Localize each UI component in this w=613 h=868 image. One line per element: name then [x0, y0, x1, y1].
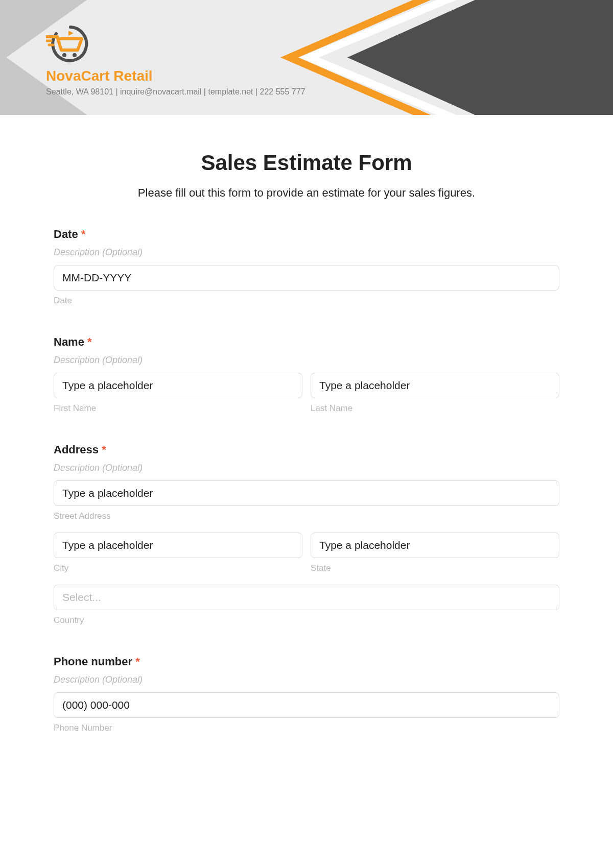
first-name-input[interactable] — [54, 373, 302, 398]
name-label-row: Name * — [54, 335, 559, 349]
address-description: Description (Optional) — [54, 463, 559, 473]
city-input[interactable] — [54, 533, 302, 558]
country-select[interactable]: Select... — [54, 585, 559, 610]
brand-subtext: Seattle, WA 98101 | inquire@novacart.mai… — [46, 87, 305, 97]
address-label-row: Address * — [54, 443, 559, 456]
field-phone: Phone number * Description (Optional) Ph… — [54, 655, 559, 733]
page-header: NovaCart Retail Seattle, WA 98101 | inqu… — [0, 0, 613, 115]
date-sublabel: Date — [54, 296, 559, 306]
first-name-sublabel: First Name — [54, 403, 302, 414]
date-label: Date — [54, 228, 78, 240]
date-label-row: Date * — [54, 228, 559, 241]
form-content: Sales Estimate Form Please fill out this… — [0, 115, 613, 783]
page-title: Sales Estimate Form — [54, 151, 559, 175]
required-asterisk: * — [135, 655, 140, 668]
brand-name: NovaCart Retail — [46, 68, 305, 84]
street-address-input[interactable] — [54, 480, 559, 506]
date-input[interactable] — [54, 265, 559, 291]
page-description: Please fill out this form to provide an … — [54, 186, 559, 200]
required-asterisk: * — [102, 443, 106, 456]
phone-sublabel: Phone Number — [54, 723, 559, 733]
date-description: Description (Optional) — [54, 247, 559, 258]
field-date: Date * Description (Optional) Date — [54, 228, 559, 306]
city-sublabel: City — [54, 563, 302, 573]
brand-logo-icon — [46, 25, 95, 63]
country-sublabel: Country — [54, 615, 559, 625]
state-sublabel: State — [311, 563, 559, 573]
brand-block: NovaCart Retail Seattle, WA 98101 | inqu… — [46, 25, 305, 97]
required-asterisk: * — [81, 228, 86, 240]
required-asterisk: * — [87, 335, 92, 348]
name-label: Name — [54, 335, 84, 348]
svg-point-0 — [62, 53, 66, 57]
state-input[interactable] — [311, 533, 559, 558]
last-name-sublabel: Last Name — [311, 403, 559, 414]
phone-label-row: Phone number * — [54, 655, 559, 668]
phone-input[interactable] — [54, 692, 559, 718]
svg-point-1 — [73, 53, 77, 57]
phone-description: Description (Optional) — [54, 674, 559, 685]
name-description: Description (Optional) — [54, 355, 559, 366]
last-name-input[interactable] — [311, 373, 559, 398]
field-address: Address * Description (Optional) Street … — [54, 443, 559, 625]
field-name: Name * Description (Optional) First Name… — [54, 335, 559, 414]
address-label: Address — [54, 443, 99, 456]
phone-label: Phone number — [54, 655, 132, 668]
street-address-sublabel: Street Address — [54, 511, 559, 521]
